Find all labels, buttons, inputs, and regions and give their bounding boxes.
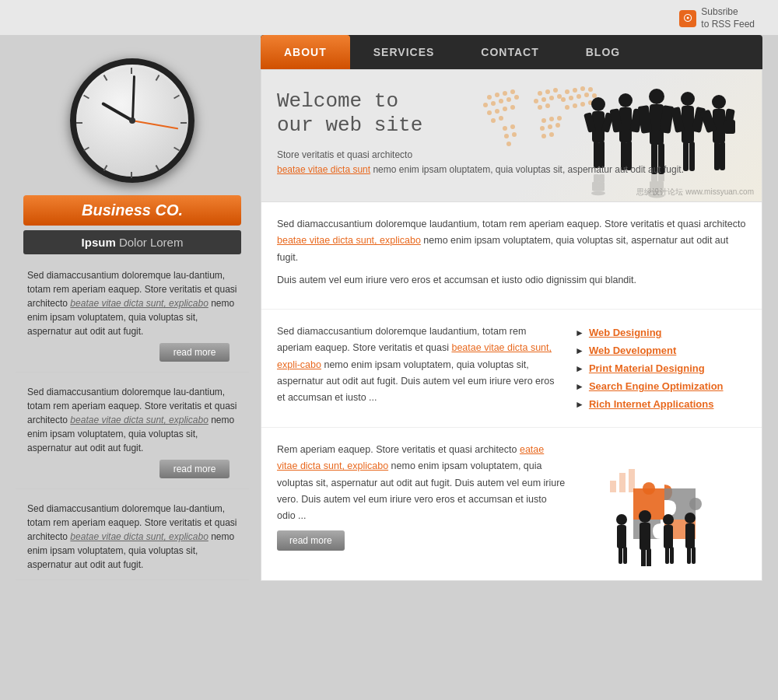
sidebar-article-3-link[interactable]: beatae vitae dicta sunt, explicabo xyxy=(70,531,208,542)
tagline-bar: Ipsum Dolor Lorem xyxy=(23,230,241,254)
svg-rect-107 xyxy=(610,481,616,492)
svg-rect-92 xyxy=(617,525,626,548)
clock-minute-hand xyxy=(131,75,135,121)
svg-point-81 xyxy=(591,191,605,195)
section2-p: Sed diamaccusantium doloremque laudantiu… xyxy=(277,324,559,406)
svg-rect-93 xyxy=(619,547,622,564)
nav-bar: ABOUT SERVICES CONTACT BLOG xyxy=(261,35,762,69)
clock-face xyxy=(70,58,194,183)
service-item-2: ► Web Development xyxy=(575,341,746,359)
service-link-1[interactable]: Web Designing xyxy=(589,327,662,338)
hero-text: Welcome to our web site Store veritatis … xyxy=(277,89,746,177)
service-item-3: ► Print Material Designing xyxy=(575,359,746,377)
service-arrow-1: ► xyxy=(575,327,584,338)
service-item-4: ► Search Engine Optimization xyxy=(575,377,746,395)
hero-title: Welcome to our web site xyxy=(277,89,746,138)
main-wrapper: Business CO. Ipsum Dolor Lorem Sed diama… xyxy=(16,35,762,610)
sidebar-article-3: Sed diamaccusantium doloremque lau-danti… xyxy=(16,495,249,580)
two-col-right: ► Web Designing ► Web Development ► Prin… xyxy=(575,324,746,413)
svg-rect-82 xyxy=(592,182,605,191)
clock-center-dot xyxy=(129,117,135,124)
main-read-more[interactable]: read more xyxy=(277,530,345,551)
sidebar-article-2: Sed diamaccusantium doloremque lau-danti… xyxy=(16,379,249,489)
sidebar-article-1: Sed diamaccusantium doloremque lau-danti… xyxy=(16,262,249,373)
puzzle-business-image xyxy=(587,442,742,566)
svg-point-91 xyxy=(616,514,627,525)
bottom-section: Rem aperiam eaquep. Store veritatis et q… xyxy=(261,428,762,580)
sidebar-article-1-text: Sed diamaccusantium doloremque lau-danti… xyxy=(27,268,237,338)
service-arrow-4: ► xyxy=(575,381,584,392)
section3-p: Rem aperiam eaquep. Store veritatis et q… xyxy=(277,442,567,524)
rss-icon[interactable]: ☉ xyxy=(679,10,696,27)
svg-point-89 xyxy=(643,482,655,495)
clock-container xyxy=(16,43,249,191)
svg-rect-101 xyxy=(665,547,669,564)
hero-title-line2: our web site xyxy=(277,114,422,137)
svg-rect-97 xyxy=(641,548,646,566)
section1-link[interactable]: beatae vitae dicta sunt, explicabo xyxy=(277,235,421,246)
svg-rect-94 xyxy=(623,547,627,564)
svg-point-99 xyxy=(663,514,674,525)
sidebar-article-2-text: Sed diamaccusantium doloremque lau-danti… xyxy=(27,385,237,455)
svg-rect-106 xyxy=(692,547,696,564)
service-arrow-5: ► xyxy=(575,399,584,410)
main-content: ABOUT SERVICES CONTACT BLOG Welcome to o… xyxy=(249,35,762,586)
sidebar-read-more-1[interactable]: read more xyxy=(159,343,230,362)
two-col-section: Sed diamaccusantium doloremque laudantiu… xyxy=(261,310,762,428)
nav-contact[interactable]: CONTACT xyxy=(457,35,562,69)
rss-label: Subsribeto RSS Feed xyxy=(701,6,755,30)
svg-point-90 xyxy=(689,498,702,510)
sidebar-article-2-link[interactable]: beatae vitae dicta sunt, explicabo xyxy=(70,415,208,425)
service-link-4[interactable]: Search Engine Optimization xyxy=(589,380,724,392)
hero-banner: Welcome to our web site Store veritatis … xyxy=(261,70,762,202)
tagline-rest: Dolor Lorem xyxy=(116,236,184,249)
service-arrow-2: ► xyxy=(575,345,584,356)
service-link-3[interactable]: Print Material Designing xyxy=(589,362,705,374)
section2-link[interactable]: beatae vitae dicta sunt, expli-cabo xyxy=(277,342,552,369)
svg-point-95 xyxy=(639,510,651,523)
nav-blog[interactable]: BLOG xyxy=(562,35,643,69)
service-arrow-3: ► xyxy=(575,363,584,374)
nav-services[interactable]: SERVICES xyxy=(350,35,458,69)
clock xyxy=(70,58,194,183)
section1-p1: Sed diamaccusantium doloremque laudantiu… xyxy=(277,216,746,266)
section3-link[interactable]: eatae vitae dicta sunt, explicabo xyxy=(277,444,544,471)
svg-rect-108 xyxy=(619,473,626,492)
rss-bar: ☉ Subsribeto RSS Feed xyxy=(0,0,778,35)
hero-title-line1: Welcome to xyxy=(277,89,398,113)
business-name: Business CO. xyxy=(23,195,241,226)
service-link-5[interactable]: Rich Internet Applications xyxy=(589,398,714,410)
section1-p2: Duis autem vel eum iriure vero eros et a… xyxy=(277,272,746,289)
svg-rect-105 xyxy=(687,547,691,564)
clock-second-hand xyxy=(132,120,178,129)
sidebar: Business CO. Ipsum Dolor Lorem Sed diama… xyxy=(16,35,249,586)
hero-body-link[interactable]: beatae vitae dicta sunt xyxy=(277,164,370,175)
services-list: ► Web Designing ► Web Development ► Prin… xyxy=(575,324,746,413)
svg-rect-96 xyxy=(640,523,650,550)
sidebar-article-3-text: Sed diamaccusantium doloremque lau-danti… xyxy=(27,502,237,572)
service-item-1: ► Web Designing xyxy=(575,324,746,341)
svg-rect-102 xyxy=(670,547,674,564)
sidebar-read-more-2[interactable]: read more xyxy=(159,460,230,478)
content-box: Welcome to our web site Store veritatis … xyxy=(261,69,762,581)
bottom-left: Rem aperiam eaquep. Store veritatis et q… xyxy=(277,442,567,566)
service-link-2[interactable]: Web Development xyxy=(589,345,676,356)
hero-body: Store veritatis et quasi architecto beat… xyxy=(277,148,746,177)
hero-body-text: Store veritatis et quasi architecto xyxy=(277,149,412,160)
two-col-left: Sed diamaccusantium doloremque laudantiu… xyxy=(277,324,559,413)
sidebar-article-1-link[interactable]: beatae vitae dicta sunt, explicabo xyxy=(70,298,208,309)
svg-rect-104 xyxy=(685,523,695,548)
tagline-bold: Ipsum xyxy=(82,236,116,249)
svg-point-103 xyxy=(685,513,696,523)
watermark: 思缘设计论坛 www.missyuan.com xyxy=(636,187,754,198)
nav-about[interactable]: ABOUT xyxy=(261,35,350,69)
svg-rect-100 xyxy=(664,525,673,548)
service-item-5: ► Rich Internet Applications xyxy=(575,395,746,413)
svg-rect-98 xyxy=(647,548,651,566)
clock-hour-hand xyxy=(101,102,133,122)
content-section-1: Sed diamaccusantium doloremque laudantiu… xyxy=(261,202,762,310)
svg-rect-109 xyxy=(629,469,635,492)
hero-body-rest: nemo enim ipsam oluptatem, quia voluptas… xyxy=(373,164,684,175)
bottom-right xyxy=(583,442,746,566)
